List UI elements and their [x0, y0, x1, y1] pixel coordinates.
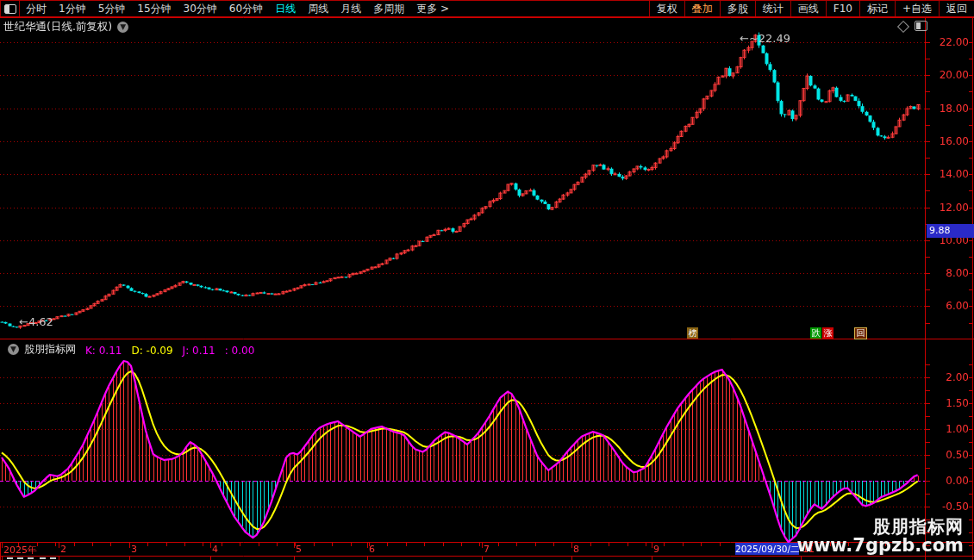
toolbar-button-1[interactable]: 复权: [649, 1, 684, 16]
period-item-6[interactable]: 60分钟: [229, 2, 263, 16]
price-axis-label: 22.00: [927, 36, 969, 48]
indicator-header: ▼ 股朋指标网 K: 0.11D: -0.09J: 0.11: 0.00: [3, 341, 254, 358]
price-axis-label: 12.00: [927, 202, 969, 214]
period-item-11[interactable]: 更多 >: [416, 2, 449, 16]
time-axis-label: 4: [212, 544, 218, 555]
price-axis-label: 6.00: [927, 300, 969, 312]
chart-title-row: 世纪华通(日线.前复权) ▼: [3, 20, 128, 34]
chart-badge-涨[interactable]: 涨: [822, 327, 834, 339]
indicator-value-1: K: 0.11: [85, 345, 122, 357]
time-axis-label: 8: [573, 544, 579, 555]
time-axis-label: 3: [131, 544, 137, 555]
period-item-7[interactable]: 日线: [275, 2, 296, 16]
toolbar-button-7[interactable]: 标记: [859, 1, 895, 16]
indicator-axis-label: 2.00: [927, 371, 969, 383]
period-item-2[interactable]: 1分钟: [59, 2, 86, 16]
price-axis-label: 8.00: [927, 267, 969, 279]
chart-badge-跌[interactable]: 跌: [810, 327, 821, 339]
indicator-axis-label: 1.00: [927, 423, 969, 435]
trading-terminal: 分时1分钟5分钟15分钟30分钟60分钟日线周线月线多周期更多 > 复权叠加多股…: [0, 0, 974, 560]
split-window-icon: [4, 4, 16, 14]
chevron-down-icon[interactable]: ▼: [117, 22, 128, 33]
indicator-value-4: : 0.00: [225, 345, 255, 357]
toolbar-button-2[interactable]: 叠加: [684, 1, 720, 16]
indicator-axis-label: 0.50: [927, 449, 969, 461]
indicator-value-2: D: -0.09: [131, 345, 172, 357]
period-item-1[interactable]: 分时: [26, 2, 47, 16]
indicator-axis-label: 1.50: [927, 397, 969, 409]
toolbar-button-5[interactable]: 画线: [790, 1, 826, 16]
chart-badge-榜[interactable]: 榜: [687, 327, 698, 339]
last-price-tag: 9.88: [927, 224, 974, 238]
chart-badge-回[interactable]: 回: [854, 327, 867, 339]
toolbar-right-buttons: 复权叠加多股统计画线F10标记+自选返回: [649, 1, 974, 16]
chart-title: 世纪华通(日线.前复权): [3, 20, 112, 34]
toolbar-button-8[interactable]: +自选: [895, 1, 939, 16]
date-tag: 2025/09/30/二: [735, 543, 799, 555]
toolbar-button-3[interactable]: 多股: [720, 1, 755, 16]
split-view-icon[interactable]: [915, 21, 927, 31]
time-axis-label: 7: [484, 544, 490, 555]
indicator-axis-label: 0.00: [927, 475, 969, 487]
toolbar-button-6[interactable]: F10: [826, 1, 859, 16]
price-axis-label: 16.00: [927, 135, 969, 147]
time-axis-label: 6: [369, 544, 375, 555]
time-axis-label: 2025年: [3, 544, 37, 557]
time-axis-label: 2: [60, 544, 66, 555]
time-axis-label: 9: [653, 544, 659, 555]
toolbar-button-4[interactable]: 统计: [755, 1, 790, 16]
period-menu: 分时1分钟5分钟15分钟30分钟60分钟日线周线月线多周期更多 >: [26, 2, 461, 16]
time-axis-label: 5: [296, 544, 302, 555]
watermark-url: www.7gpzb.com: [796, 536, 964, 556]
period-item-4[interactable]: 15分钟: [137, 2, 171, 16]
watermark: 股朋指标网 www.7gpzb.com: [796, 517, 964, 556]
chart-canvas[interactable]: [0, 0, 974, 560]
period-toolbar: 分时1分钟5分钟15分钟30分钟60分钟日线周线月线多周期更多 > 复权叠加多股…: [0, 0, 974, 17]
panel-toggle-button[interactable]: [0, 1, 20, 16]
low-price-annotation: ←4.62: [19, 315, 53, 328]
indicator-chevron-down-icon[interactable]: ▼: [8, 344, 19, 355]
indicator-title[interactable]: 股朋指标网: [24, 342, 76, 357]
period-item-3[interactable]: 5分钟: [98, 2, 126, 16]
period-item-8[interactable]: 周线: [308, 2, 328, 16]
price-axis-label: 18.00: [927, 103, 969, 115]
period-item-10[interactable]: 多周期: [373, 2, 404, 16]
period-item-9[interactable]: 月线: [340, 2, 361, 16]
watermark-site-name: 股朋指标网: [796, 517, 964, 536]
indicator-value-3: J: 0.11: [183, 345, 215, 357]
period-item-5[interactable]: 30分钟: [184, 2, 217, 16]
price-axis-label: 20.00: [927, 69, 969, 81]
toolbar-button-9[interactable]: 返回: [939, 1, 974, 16]
high-price-annotation: ←~22.49: [740, 32, 790, 45]
price-axis-label: 14.00: [927, 168, 969, 180]
indicator-axis-label: -0.50: [927, 501, 969, 513]
